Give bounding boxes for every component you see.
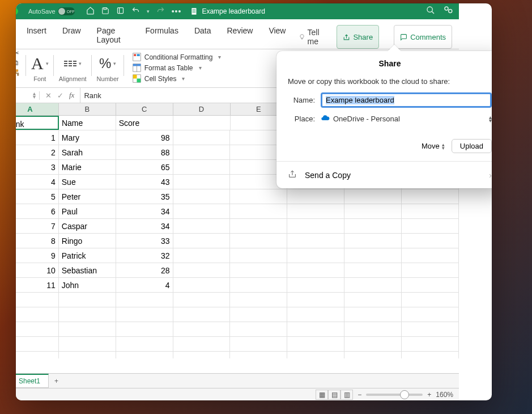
cell[interactable] <box>344 219 402 233</box>
cell[interactable] <box>402 248 459 263</box>
cancel-formula-icon[interactable]: ✕ <box>45 91 52 100</box>
sheet-tab[interactable]: Sheet1 <box>16 374 49 388</box>
cell[interactable] <box>287 248 344 263</box>
accept-formula-icon[interactable]: ✓ <box>57 91 63 100</box>
cell[interactable]: 11 <box>16 278 59 292</box>
cell[interactable] <box>16 337 59 351</box>
cell[interactable] <box>402 263 459 277</box>
cell[interactable] <box>16 293 59 307</box>
cell[interactable] <box>116 322 173 336</box>
font-icon[interactable]: A <box>31 54 44 73</box>
cell[interactable] <box>402 219 459 233</box>
cell[interactable]: Sue <box>59 175 116 189</box>
view-page-layout-icon[interactable]: ▤ <box>328 390 341 400</box>
cell[interactable] <box>230 307 287 322</box>
cell[interactable]: 88 <box>116 145 173 159</box>
zoom-slider[interactable] <box>366 394 423 396</box>
cell[interactable] <box>402 337 459 351</box>
cell[interactable]: 28 <box>116 263 173 277</box>
cell[interactable] <box>59 307 116 322</box>
cell[interactable] <box>116 337 173 351</box>
cell[interactable] <box>173 116 231 130</box>
move-dropdown[interactable]: Move ▴▾ <box>422 139 445 153</box>
zoom-level[interactable]: 160% <box>436 391 453 399</box>
tab-draw[interactable]: Draw <box>60 25 83 49</box>
undo-icon[interactable] <box>131 6 140 16</box>
cell[interactable] <box>59 322 116 336</box>
cell[interactable] <box>402 322 459 336</box>
cell[interactable] <box>344 337 402 351</box>
cell[interactable] <box>287 352 344 358</box>
maximize-window-button[interactable] <box>16 8 18 15</box>
cell[interactable]: 3 <box>16 160 59 174</box>
cell[interactable]: 9 <box>16 248 59 263</box>
cell[interactable]: 43 <box>116 175 173 189</box>
fx-icon[interactable]: fx <box>69 91 74 100</box>
cell[interactable] <box>173 293 231 307</box>
cell[interactable] <box>173 175 231 189</box>
cell[interactable] <box>287 278 344 292</box>
cell[interactable] <box>287 189 344 204</box>
cell[interactable] <box>344 293 402 307</box>
add-sheet-button[interactable]: + <box>49 375 64 387</box>
cell[interactable] <box>173 337 231 351</box>
cell[interactable] <box>173 219 231 233</box>
cell[interactable]: 7 <box>16 219 59 233</box>
cell-styles-button[interactable]: Cell Styles▾ <box>133 74 222 83</box>
cell[interactable] <box>116 307 173 322</box>
cell[interactable]: 2 <box>16 145 59 159</box>
cell[interactable] <box>344 278 402 292</box>
cell[interactable] <box>344 263 402 277</box>
cell[interactable]: Rank <box>16 116 59 130</box>
send-copy-button[interactable]: Send a Copy › <box>276 162 492 188</box>
cell[interactable] <box>344 322 402 336</box>
cell[interactable] <box>287 337 344 351</box>
cell[interactable] <box>173 248 231 263</box>
format-as-table-button[interactable]: Format as Table▾ <box>133 64 222 72</box>
share-button[interactable]: Share <box>337 25 379 49</box>
cell[interactable] <box>402 293 459 307</box>
cell[interactable] <box>230 337 287 351</box>
cell[interactable]: Ringo <box>59 234 116 248</box>
cell[interactable]: 32 <box>116 248 173 263</box>
cell[interactable] <box>230 219 287 233</box>
cell[interactable] <box>16 322 59 336</box>
cell[interactable]: 5 <box>16 189 59 204</box>
comments-button[interactable]: Comments <box>394 25 452 49</box>
cell[interactable] <box>59 352 116 358</box>
tab-insert[interactable]: Insert <box>24 25 49 49</box>
place-select[interactable]: OneDrive - Personal ▴▾ <box>321 113 492 124</box>
cell[interactable]: 8 <box>16 234 59 248</box>
cell[interactable] <box>116 352 173 358</box>
format-painter-icon[interactable] <box>16 69 21 78</box>
name-box[interactable]: A1 ▴▾ <box>16 91 40 100</box>
cell[interactable] <box>230 204 287 218</box>
cell[interactable] <box>173 234 231 248</box>
cell[interactable]: 34 <box>116 204 173 218</box>
col-header-a[interactable]: A <box>16 103 59 115</box>
cell[interactable]: Patrick <box>59 248 116 263</box>
cell[interactable] <box>173 130 231 145</box>
font-dropdown-icon[interactable]: ▾ <box>46 61 49 66</box>
cell[interactable] <box>287 322 344 336</box>
more-icon[interactable]: ••• <box>172 7 182 16</box>
cell[interactable] <box>402 234 459 248</box>
cell[interactable] <box>287 204 344 218</box>
cell[interactable] <box>287 293 344 307</box>
cell[interactable] <box>230 248 287 263</box>
cell[interactable] <box>173 322 231 336</box>
tab-data[interactable]: Data <box>192 25 214 49</box>
cell[interactable]: Sebastian <box>59 263 116 277</box>
cell[interactable] <box>402 278 459 292</box>
cell[interactable]: Mary <box>59 130 116 145</box>
cell[interactable] <box>173 278 231 292</box>
name-input[interactable] <box>321 92 492 108</box>
cell[interactable]: Name <box>59 116 116 130</box>
cell[interactable] <box>344 234 402 248</box>
cell[interactable] <box>230 352 287 358</box>
cell[interactable] <box>287 307 344 322</box>
tab-formulas[interactable]: Formulas <box>143 25 181 49</box>
cell[interactable] <box>173 160 231 174</box>
account-icon[interactable] <box>443 5 453 18</box>
cell[interactable]: Caspar <box>59 219 116 233</box>
